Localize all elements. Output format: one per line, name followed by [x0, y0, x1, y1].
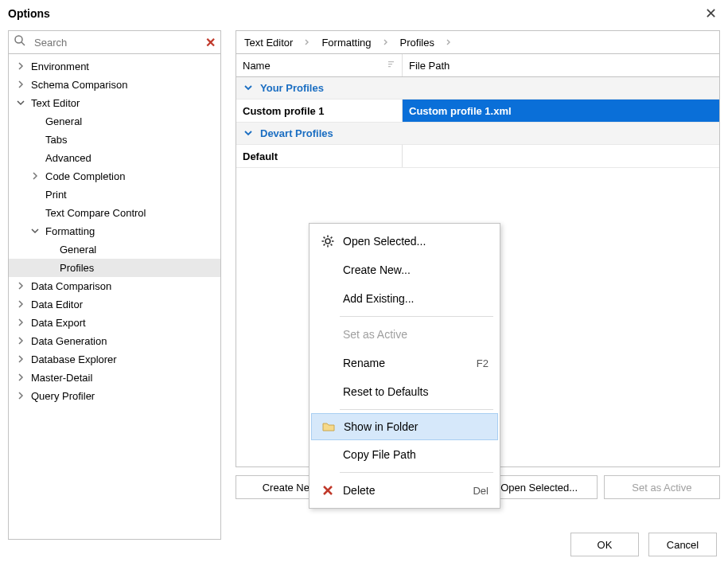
tree-item-label: Print	[41, 187, 72, 202]
chevron-right-icon[interactable]	[15, 282, 26, 291]
group-header[interactable]: Devart Profiles	[236, 123, 719, 144]
chevron-right-icon[interactable]	[15, 318, 26, 328]
svg-line-1	[21, 42, 25, 45]
context-menu[interactable]: Open Selected...Create New...Add Existin…	[309, 223, 500, 509]
chevron-right-icon[interactable]	[15, 80, 26, 90]
context-menu-item[interactable]: RenameF2	[309, 349, 500, 377]
search-clear-icon[interactable]: ✕	[205, 35, 216, 50]
chevron-down-icon[interactable]	[29, 227, 41, 236]
grid-header: Name File Path	[236, 54, 720, 77]
tree-item[interactable]: Database Explorer	[9, 350, 220, 369]
tree-item[interactable]: Environment	[9, 57, 220, 76]
chevron-right-icon[interactable]	[15, 300, 26, 310]
svg-point-0	[15, 36, 22, 43]
tree-item[interactable]: Data Editor	[9, 295, 220, 314]
tree-item[interactable]: Schema Comparison	[9, 76, 220, 94]
folder-icon	[318, 420, 339, 434]
tree-item[interactable]: Profiles	[9, 259, 220, 277]
tree-item[interactable]: Tabs	[9, 131, 220, 149]
tree-item[interactable]: Data Generation	[9, 332, 220, 350]
dialog-title: Options	[8, 7, 50, 20]
context-menu-item[interactable]: Copy File Path	[309, 440, 500, 469]
context-menu-item[interactable]: Add Existing...	[309, 284, 500, 313]
tree-item-label: General	[55, 242, 101, 257]
chevron-right-icon[interactable]	[15, 337, 26, 346]
tree-item[interactable]: Print	[9, 185, 220, 204]
search-icon	[14, 34, 26, 50]
context-menu-item[interactable]: Create New...	[309, 256, 500, 284]
chevron-right-icon[interactable]	[15, 62, 26, 72]
menu-label: Set as Active	[338, 328, 492, 341]
breadcrumb: Text EditorFormattingProfiles	[236, 30, 720, 54]
tree-item-label: Profiles	[55, 260, 99, 275]
tree-item-label: Advanced	[41, 150, 96, 166]
chevron-right-icon[interactable]	[15, 392, 26, 401]
chevron-right-icon[interactable]	[29, 172, 41, 182]
group-header[interactable]: Your Profiles	[236, 77, 719, 99]
menu-shortcut: Del	[473, 485, 492, 497]
tree-item[interactable]: Advanced	[9, 149, 220, 167]
tree-item[interactable]: Master-Detail	[9, 369, 220, 387]
search-box[interactable]: ✕	[8, 30, 221, 54]
tree-item[interactable]: Code Completion	[9, 167, 220, 185]
svg-line-12	[324, 244, 325, 246]
chevron-down-icon[interactable]	[244, 129, 252, 139]
cell-filepath: Custom profile 1.xml	[403, 100, 719, 122]
context-menu-item[interactable]: Reset to Defaults	[309, 377, 500, 406]
gear-icon	[317, 234, 338, 248]
tree-item-label: General	[41, 114, 87, 129]
tree-item-label: Text Editor	[26, 96, 84, 111]
tree-item-label: Text Compare Control	[41, 205, 150, 221]
profile-row[interactable]: Custom profile 1Custom profile 1.xml	[236, 99, 719, 123]
menu-label: Delete	[338, 484, 473, 497]
group-title: Devart Profiles	[260, 127, 333, 139]
svg-rect-2	[388, 61, 394, 62]
menu-label: Copy File Path	[338, 448, 492, 461]
svg-rect-3	[388, 64, 392, 64]
svg-line-11	[331, 244, 333, 246]
context-menu-item[interactable]: Open Selected...	[309, 227, 500, 256]
breadcrumb-item[interactable]: Text Editor	[244, 37, 293, 49]
menu-separator	[340, 316, 493, 317]
column-header-name[interactable]: Name	[236, 54, 403, 76]
breadcrumb-item[interactable]: Formatting	[321, 37, 371, 49]
breadcrumb-item[interactable]: Profiles	[400, 37, 434, 49]
tree-item-label: Code Completion	[41, 169, 130, 184]
menu-shortcut: F2	[477, 357, 492, 369]
dialog-footer: OK Cancel	[570, 533, 717, 556]
svg-line-10	[324, 237, 325, 239]
tree-item[interactable]: Data Comparison	[9, 277, 220, 295]
chevron-right-icon	[304, 38, 310, 47]
tree-item[interactable]: Formatting	[9, 222, 220, 240]
sort-indicator-icon	[387, 61, 395, 70]
menu-label: Show in Folder	[339, 420, 491, 433]
ok-button[interactable]: OK	[570, 533, 639, 556]
chevron-right-icon	[446, 38, 452, 47]
tree-item[interactable]: Text Editor	[9, 94, 220, 112]
profile-row[interactable]: Default	[236, 144, 719, 168]
tree-item[interactable]: Text Compare Control	[9, 204, 220, 222]
set-as-active-button: Set as Active	[604, 475, 720, 499]
tree-item-label: Data Comparison	[26, 279, 116, 294]
context-menu-item[interactable]: Show in Folder	[311, 413, 498, 440]
menu-separator	[340, 472, 493, 473]
chevron-right-icon[interactable]	[15, 355, 26, 365]
tree-item[interactable]: General	[9, 112, 220, 131]
tree-item[interactable]: General	[9, 240, 220, 259]
tree-item[interactable]: Query Profiler	[9, 387, 220, 405]
chevron-down-icon[interactable]	[244, 84, 252, 93]
sidebar: ✕ EnvironmentSchema ComparisonText Edito…	[8, 30, 221, 540]
context-menu-item[interactable]: DeleteDel	[309, 476, 500, 505]
cancel-button[interactable]: Cancel	[648, 533, 717, 556]
cell-filepath	[403, 145, 719, 167]
options-tree[interactable]: EnvironmentSchema ComparisonText EditorG…	[8, 54, 221, 540]
menu-label: Open Selected...	[338, 235, 492, 248]
search-input[interactable]	[33, 36, 205, 49]
delete-icon	[317, 484, 338, 497]
tree-item[interactable]: Data Export	[9, 314, 220, 332]
chevron-down-icon[interactable]	[15, 99, 26, 108]
tree-item-label: Master-Detail	[26, 370, 97, 385]
chevron-right-icon[interactable]	[15, 373, 26, 383]
close-button[interactable]: ✕	[705, 5, 717, 22]
column-header-filepath[interactable]: File Path	[403, 60, 719, 72]
